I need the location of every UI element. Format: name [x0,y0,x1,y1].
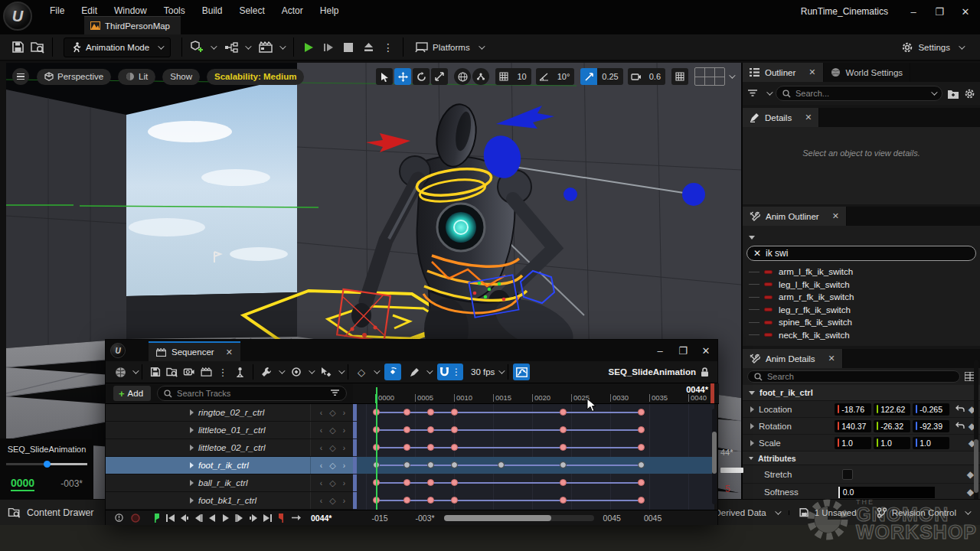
keyframe-dot[interactable] [451,479,458,486]
auto-key-toggle-icon[interactable] [384,364,401,380]
lock-icon[interactable] [696,364,713,380]
chevron-down-icon[interactable] [279,43,286,49]
close-icon[interactable]: ✕ [832,211,839,221]
expand-icon[interactable] [190,497,194,504]
save-icon[interactable] [8,37,28,57]
tab-details[interactable]: Details ✕ [743,108,819,127]
keyframe-dot[interactable] [427,409,434,416]
timeline-horizontal-scrollbar[interactable] [444,515,594,521]
track-row-foot_r_ik_ctrl[interactable]: foot_r_ik_ctrl‹◇› [106,457,353,474]
key-navigation[interactable]: ‹◇› [310,404,353,421]
track-filters-pen-icon[interactable] [406,364,423,380]
keyframe-dot[interactable] [403,497,410,504]
key-navigation[interactable]: ‹◇› [310,457,353,474]
scale-z-field[interactable]: 1.0 [913,437,949,449]
menu-build[interactable]: Build [195,3,230,18]
rotation-y-field[interactable]: -26.32 [874,420,910,432]
play-reverse-button[interactable] [207,514,217,523]
add-track-button[interactable]: + Add [113,386,151,401]
camera-speed-icon[interactable] [628,68,645,85]
snap-magnet-icon[interactable]: ⋮ [437,364,463,380]
reset-icon[interactable] [952,405,969,414]
close-icon[interactable]: ✕ [808,67,815,77]
keyframe-dot[interactable] [403,409,410,416]
revision-control-button[interactable]: Revision Control [892,508,956,517]
content-drawer-button[interactable]: Content Drawer [0,507,102,518]
chevron-down-icon[interactable] [374,367,380,373]
viewport-options-icon[interactable] [12,68,29,85]
key-lane-ringtoe_02_r_ctrl[interactable] [353,404,714,421]
view-range-end[interactable]: 0045 [603,514,621,523]
keyframe-dot[interactable] [560,444,567,451]
lit-button[interactable]: Lit [118,69,155,85]
reset-icon[interactable] [952,422,969,431]
key-navigation[interactable]: ‹◇› [310,474,353,491]
sequencer-restore-button[interactable]: ❐ [671,342,694,359]
keyframe-dot[interactable] [560,497,567,504]
sequencer-timeline[interactable] [353,404,714,510]
location-x-field[interactable]: -18.76 [835,403,871,416]
curve-editor-icon[interactable] [513,364,530,380]
derived-data-button[interactable]: Derived Data [715,508,766,517]
keyframe-dot[interactable] [638,497,645,504]
keyframe-dot[interactable] [451,444,458,451]
key-navigation[interactable]: ‹◇› [310,492,353,509]
key-lane-foot_bk1_r_ctrl[interactable] [353,492,714,509]
keyframe-dot[interactable] [403,479,410,486]
platforms-button[interactable]: Platforms [408,37,489,57]
chevron-down-icon[interactable] [211,43,217,49]
anim-control-item[interactable]: leg_l_fk_ik_switch [743,279,980,292]
key-lane-ball_r_ik_ctrl[interactable] [353,474,714,491]
chevron-down-icon[interactable] [279,367,285,373]
add-actor-icon[interactable] [187,37,207,57]
move-tool-icon[interactable] [394,68,411,85]
mode-selector-button[interactable]: Animation Mode [64,37,171,57]
outliner-settings-gear-icon[interactable] [964,88,975,99]
keyframe-dot[interactable] [638,461,645,468]
skip-end-button[interactable] [262,514,273,523]
play-button[interactable] [299,37,318,57]
restore-button[interactable]: ❐ [928,3,951,20]
camera-icon[interactable] [181,364,198,380]
keyframe-dot[interactable] [403,444,410,451]
rotation-snap-value[interactable]: 10° [553,68,575,85]
outliner-search-input[interactable]: Search... [776,86,942,101]
step-forward-button[interactable] [234,514,245,523]
anim-rig-collapse[interactable] [743,226,980,244]
keyframe-dot[interactable] [498,461,505,468]
chevron-down-icon[interactable] [338,367,345,373]
rotation-snap-icon[interactable] [536,68,553,85]
control-header[interactable]: foot_r_ik_ctrl [743,385,980,401]
expand-icon[interactable] [190,480,194,486]
playback-options-icon[interactable] [231,364,248,380]
perspective-button[interactable]: Perspective [37,69,111,85]
level-tab[interactable]: ThirdPersonMap [84,16,181,34]
keyframe-dot[interactable] [451,426,458,433]
expand-icon[interactable] [190,462,194,468]
world-icon[interactable] [112,364,129,380]
grid-snap-value[interactable]: 10 [512,68,531,85]
anim-control-item[interactable]: arm_r_fk_ik_switch [743,291,980,304]
rotation-x-field[interactable]: 140.37 [835,420,871,432]
next-key-button[interactable] [248,514,259,523]
play-forward-button[interactable] [220,514,231,523]
scale-snap-icon[interactable] [580,68,597,85]
keyframe-dot[interactable] [560,479,567,486]
edit-mode-diamond-icon[interactable]: ◇ [353,364,370,380]
keyframe-options-icon[interactable] [288,364,305,380]
expand-icon[interactable] [750,423,754,429]
keyframe-dot[interactable] [560,409,567,416]
working-range-end[interactable]: 0045 [644,514,662,523]
keyframe-dot[interactable] [451,461,458,468]
sequencer-titlebar[interactable]: U Sequencer ✕ – ❐ ✕ [106,340,717,361]
softness-field[interactable]: 0.0 [838,487,935,498]
keyframe-dot[interactable] [427,479,434,486]
clear-search-icon[interactable]: ✕ [753,248,761,259]
chevron-down-icon[interactable] [426,367,433,373]
cinematics-icon[interactable] [256,37,276,57]
auto-key-options-icon[interactable] [318,364,335,380]
anim-control-item[interactable]: leg_r_fk_ik_switch [743,304,980,317]
chevron-down-icon[interactable] [132,367,139,373]
chevron-down-icon[interactable] [766,89,773,95]
scale-tool-icon[interactable] [431,68,448,85]
